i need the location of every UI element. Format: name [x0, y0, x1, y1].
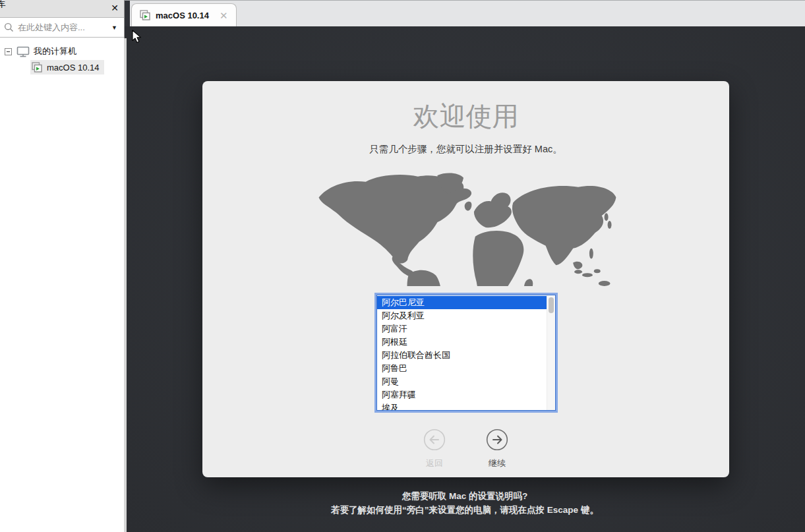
tree-item-label: macOS 10.14 [47, 63, 100, 73]
tree-item-label: 我的计算机 [34, 45, 76, 57]
library-tree: 我的计算机 macOS 10.14 [0, 38, 124, 74]
arrow-left-circle-icon [423, 429, 446, 451]
computer-icon [16, 46, 30, 57]
world-map [307, 169, 625, 286]
welcome-title: 欢迎使用 [202, 98, 729, 134]
tab-bar-gap [125, 1, 130, 27]
vm-icon [32, 62, 43, 73]
tab-close-icon[interactable]: ✕ [220, 11, 228, 20]
welcome-subtitle: 只需几个步骤，您就可以注册并设置好 Mac。 [202, 143, 729, 156]
back-label: 返回 [423, 458, 446, 469]
tree-item-vm[interactable]: macOS 10.14 [0, 60, 124, 74]
country-list[interactable]: 阿尔巴尼亚阿尔及利亚阿富汗阿根廷阿拉伯联合酋长国阿鲁巴阿曼阿塞拜疆埃及 [376, 295, 556, 411]
continue-label: 继续 [486, 458, 508, 469]
tree-item-my-computer[interactable]: 我的计算机 [0, 44, 124, 59]
setup-dialog: 欢迎使用 只需几个步骤，您就可以注册并设置好 Mac。 [202, 81, 729, 477]
arrow-right-circle-icon [486, 429, 508, 451]
back-button: 返回 [423, 429, 446, 469]
navigation-buttons: 返回 继续 [202, 429, 729, 469]
tab-label: macOS 10.14 [156, 11, 209, 20]
mouse-cursor [132, 30, 142, 44]
country-option[interactable]: 埃及 [377, 401, 547, 410]
panel-splitter[interactable] [124, 38, 127, 532]
voiceover-hint: 您需要听取 Mac 的设置说明吗? 若要了解如何使用“旁白”来设置您的电脑，请现… [125, 489, 805, 517]
collapse-icon[interactable] [5, 48, 12, 55]
workspace: macOS 10.14 ✕ 欢迎使用 只需几个步骤，您就可以注册并设置好 Mac… [125, 0, 805, 532]
search-icon [4, 22, 14, 32]
close-icon[interactable]: ✕ [111, 2, 119, 14]
library-panel: 库 ✕ ▼ 我的计算机 [0, 0, 125, 532]
vm-console: 欢迎使用 只需几个步骤，您就可以注册并设置好 Mac。 [125, 26, 805, 532]
tab-bar: macOS 10.14 ✕ [125, 0, 805, 26]
tab-macos[interactable]: macOS 10.14 ✕ [131, 3, 237, 27]
scrollbar[interactable] [547, 295, 555, 410]
country-option[interactable]: 阿曼 [377, 375, 547, 388]
country-option[interactable]: 阿尔巴尼亚 [377, 296, 547, 309]
vmware-window: 库 ✕ ▼ 我的计算机 [0, 0, 805, 532]
library-search: ▼ [0, 17, 124, 38]
library-title: 库 [0, 0, 6, 10]
country-option[interactable]: 阿尔及利亚 [377, 309, 547, 322]
country-option[interactable]: 阿拉伯联合酋长国 [377, 349, 547, 362]
country-option[interactable]: 阿塞拜疆 [377, 388, 547, 401]
library-header: 库 ✕ [0, 0, 124, 17]
search-input[interactable] [18, 22, 109, 32]
voiceover-line1: 您需要听取 Mac 的设置说明吗? [125, 489, 805, 503]
country-list-items: 阿尔巴尼亚阿尔及利亚阿富汗阿根廷阿拉伯联合酋长国阿鲁巴阿曼阿塞拜疆埃及 [377, 295, 547, 410]
vm-icon [140, 10, 151, 21]
scrollbar-thumb[interactable] [549, 297, 554, 313]
voiceover-line2: 若要了解如何使用“旁白”来设置您的电脑，请现在点按 Escape 键。 [125, 503, 805, 517]
country-option[interactable]: 阿根廷 [377, 336, 547, 349]
country-option[interactable]: 阿富汗 [377, 322, 547, 336]
chevron-down-icon[interactable]: ▼ [109, 24, 120, 31]
country-option[interactable]: 阿鲁巴 [377, 362, 547, 375]
continue-button[interactable]: 继续 [486, 429, 508, 469]
